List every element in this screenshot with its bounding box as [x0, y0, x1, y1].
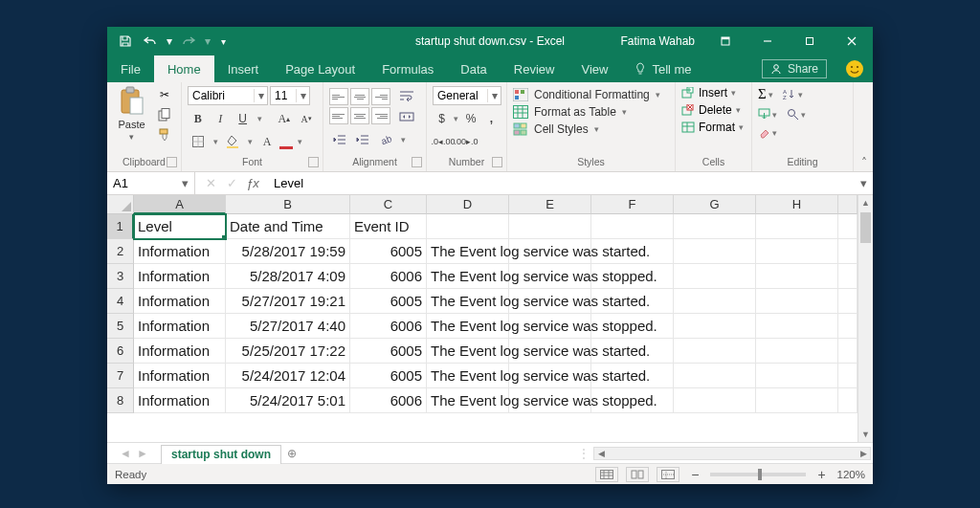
- col-header-c[interactable]: C: [350, 195, 427, 214]
- borders-dropdown-icon[interactable]: ▾: [211, 132, 220, 151]
- cell[interactable]: [756, 264, 838, 289]
- row-header[interactable]: 6: [107, 339, 134, 364]
- format-as-table-button[interactable]: Format as Table▾: [513, 105, 660, 119]
- comma-format-icon[interactable]: ,: [482, 109, 501, 128]
- cell[interactable]: [509, 214, 591, 239]
- cell[interactable]: Information: [134, 364, 226, 388]
- cell[interactable]: [674, 239, 756, 264]
- ribbon-display-options-icon[interactable]: [704, 27, 746, 55]
- cell[interactable]: [838, 314, 858, 339]
- col-header-f[interactable]: F: [591, 195, 674, 214]
- cell[interactable]: [427, 214, 509, 239]
- cell[interactable]: [756, 239, 838, 264]
- cell[interactable]: 6006: [350, 388, 427, 413]
- increase-decimal-icon[interactable]: .0◂.00: [433, 132, 454, 151]
- zoom-out-icon[interactable]: −: [687, 467, 702, 482]
- delete-cells-button[interactable]: Delete▾: [681, 103, 744, 117]
- cell[interactable]: Information: [134, 264, 226, 289]
- account-name[interactable]: Fatima Wahab: [611, 34, 704, 48]
- row-header[interactable]: 7: [107, 364, 134, 388]
- align-bottom-left[interactable]: [329, 107, 348, 124]
- italic-button[interactable]: I: [210, 109, 230, 128]
- percent-format-icon[interactable]: %: [461, 109, 479, 128]
- col-header-e[interactable]: E: [509, 195, 591, 214]
- tab-view[interactable]: View: [568, 55, 621, 82]
- scroll-left-icon[interactable]: ◀: [594, 449, 608, 458]
- cell[interactable]: [838, 364, 858, 388]
- number-format-combo[interactable]: General▾: [433, 86, 501, 105]
- cell[interactable]: Information: [134, 314, 226, 339]
- maximize-icon[interactable]: [789, 27, 831, 55]
- col-header-i[interactable]: [838, 195, 858, 214]
- cell[interactable]: The Event log service was stopped.: [427, 314, 509, 339]
- prev-sheet-icon[interactable]: ◄: [120, 447, 131, 460]
- align-top-left[interactable]: [329, 88, 348, 105]
- minimize-icon[interactable]: [746, 27, 789, 55]
- sort-filter-button[interactable]: AZ▾: [783, 88, 803, 100]
- cell[interactable]: Date and Time: [226, 214, 350, 239]
- grow-font-icon[interactable]: A▴: [274, 109, 294, 128]
- cell[interactable]: [674, 314, 756, 339]
- cell[interactable]: 6005: [350, 289, 427, 314]
- tab-file[interactable]: File: [107, 55, 154, 82]
- fill-color-button[interactable]: [222, 132, 243, 151]
- cell[interactable]: [756, 214, 838, 239]
- cell[interactable]: The Event log service was stopped.: [427, 264, 509, 289]
- zoom-level[interactable]: 120%: [837, 469, 865, 480]
- tell-me[interactable]: Tell me: [621, 55, 704, 82]
- bold-button[interactable]: B: [188, 109, 208, 128]
- cell[interactable]: The Event log service was started.: [427, 289, 509, 314]
- undo-icon[interactable]: [140, 31, 161, 52]
- cell[interactable]: 6005: [350, 364, 427, 388]
- cell[interactable]: 6006: [350, 264, 427, 289]
- page-break-view-icon[interactable]: [657, 467, 679, 482]
- row-header[interactable]: 1: [107, 214, 134, 239]
- cell[interactable]: [756, 339, 838, 364]
- cancel-formula-icon[interactable]: ✕: [201, 176, 220, 190]
- clear-button[interactable]: ▾: [758, 126, 777, 139]
- cell[interactable]: The Event log service was stopped.: [427, 388, 509, 413]
- accounting-format-icon[interactable]: $: [433, 109, 451, 128]
- cut-icon[interactable]: ✂: [154, 86, 175, 103]
- cell[interactable]: 5/24/2017 5:01: [226, 388, 350, 413]
- orientation-dropdown-icon[interactable]: ▾: [398, 130, 408, 149]
- cell[interactable]: [674, 364, 756, 388]
- find-select-button[interactable]: ▾: [787, 108, 806, 121]
- cell[interactable]: [838, 264, 858, 289]
- autosum-button[interactable]: Σ▾: [758, 86, 773, 102]
- cell[interactable]: [838, 339, 858, 364]
- cell[interactable]: The Event log service was started.: [427, 364, 509, 388]
- col-header-d[interactable]: D: [427, 195, 509, 214]
- tab-page-layout[interactable]: Page Layout: [272, 55, 368, 82]
- underline-dropdown-icon[interactable]: ▾: [255, 109, 264, 128]
- borders-button[interactable]: [188, 132, 209, 151]
- cell[interactable]: 6006: [350, 314, 427, 339]
- cell[interactable]: [838, 388, 858, 413]
- cell[interactable]: 5/27/2017 19:21: [226, 289, 350, 314]
- cell[interactable]: [838, 239, 858, 264]
- row-header[interactable]: 5: [107, 314, 134, 339]
- decrease-indent-icon[interactable]: [329, 130, 350, 149]
- next-sheet-icon[interactable]: ►: [137, 447, 148, 460]
- cell[interactable]: [674, 339, 756, 364]
- cell[interactable]: Information: [134, 339, 226, 364]
- formula-input[interactable]: Level▾: [268, 172, 873, 194]
- cell[interactable]: [756, 314, 838, 339]
- redo-icon[interactable]: [178, 31, 199, 52]
- cell[interactable]: 5/28/2017 4:09: [226, 264, 350, 289]
- format-painter-icon[interactable]: [154, 126, 175, 144]
- cell[interactable]: [674, 264, 756, 289]
- zoom-in-icon[interactable]: +: [813, 467, 829, 482]
- insert-function-icon[interactable]: ƒx: [243, 176, 262, 190]
- orientation-icon[interactable]: ab: [375, 130, 396, 149]
- font-color-dropdown-icon[interactable]: ▾: [295, 132, 304, 151]
- shrink-font-icon[interactable]: A▾: [297, 109, 317, 128]
- cell[interactable]: [756, 388, 838, 413]
- align-bottom-right[interactable]: [371, 107, 390, 124]
- page-layout-view-icon[interactable]: [626, 467, 649, 482]
- cell[interactable]: 6005: [350, 239, 427, 264]
- cell[interactable]: [838, 214, 858, 239]
- name-box[interactable]: A1▾: [107, 172, 195, 194]
- copy-icon[interactable]: [154, 106, 175, 123]
- cell[interactable]: [591, 214, 674, 239]
